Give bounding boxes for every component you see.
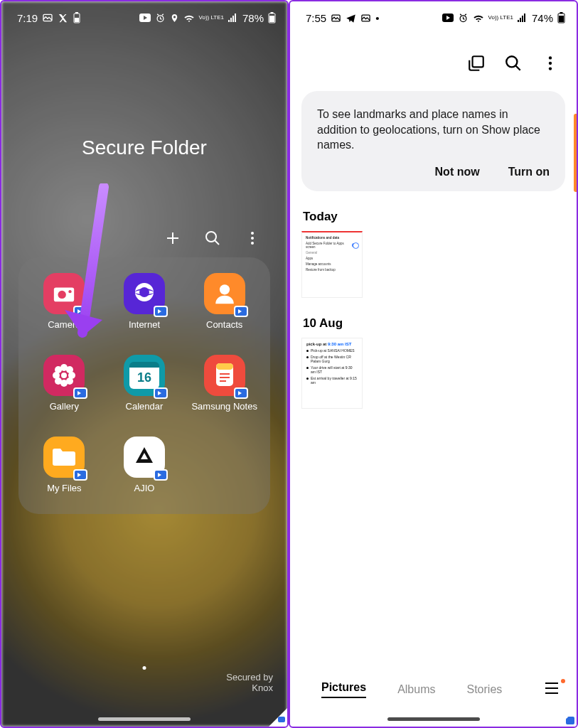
status-bar: 7:55 • Vo)) LTE1 74% xyxy=(290,1,577,30)
more-button[interactable] xyxy=(243,229,262,247)
svg-point-13 xyxy=(206,232,216,242)
camera-icon xyxy=(43,273,85,314)
hamburger-button[interactable] xyxy=(544,682,560,697)
page-indicator xyxy=(143,666,146,670)
status-bar: 7:19 Vo)) LTE1 78% xyxy=(1,1,287,30)
tab-stories[interactable]: Stories xyxy=(467,683,503,696)
secure-badge-icon xyxy=(566,718,574,724)
secure-corner-indicator xyxy=(269,708,287,727)
svg-point-52 xyxy=(549,56,552,59)
svg-point-14 xyxy=(251,232,254,235)
svg-rect-44 xyxy=(520,18,521,22)
battery-icon xyxy=(557,12,565,23)
wifi-icon xyxy=(473,14,484,22)
svg-rect-6 xyxy=(228,20,230,22)
gallery-tabs: Pictures Albums Stories xyxy=(290,681,577,714)
app-contacts[interactable]: Contacts xyxy=(184,273,264,331)
search-button[interactable] xyxy=(504,54,523,73)
svg-rect-7 xyxy=(230,18,232,22)
app-gallery[interactable]: Gallery xyxy=(24,355,105,412)
svg-rect-9 xyxy=(235,14,236,22)
app-camera[interactable]: Camera xyxy=(24,273,105,331)
network-label: Vo)) LTE1 xyxy=(199,15,224,21)
battery-percent: 78% xyxy=(242,12,264,24)
more-dot: • xyxy=(375,12,379,24)
thumbnail-settings-screenshot[interactable]: Notifications and data Add Secure Folder… xyxy=(301,231,363,298)
network-label: Vo)) LTE1 xyxy=(488,15,513,21)
phone-secure-folder: 7:19 Vo)) LTE1 78% Secure Folder xyxy=(0,0,289,728)
more-button[interactable] xyxy=(541,54,560,73)
nav-handle[interactable] xyxy=(98,717,191,721)
tip-text: To see landmarks and place names in addi… xyxy=(317,107,550,153)
svg-rect-3 xyxy=(75,12,78,14)
youtube-icon xyxy=(442,14,454,22)
telegram-icon xyxy=(346,13,356,23)
svg-rect-12 xyxy=(271,12,274,14)
svg-point-53 xyxy=(549,62,552,65)
calendar-icon: 16 xyxy=(124,355,165,396)
youtube-icon xyxy=(139,14,151,22)
svg-rect-43 xyxy=(518,20,519,22)
app-grid: Camera Internet Contacts xyxy=(18,257,270,514)
add-button[interactable] xyxy=(164,229,182,247)
alarm-icon xyxy=(458,13,469,23)
svg-rect-46 xyxy=(524,14,525,22)
nav-handle[interactable] xyxy=(387,717,480,721)
search-button[interactable] xyxy=(203,229,222,247)
person-icon xyxy=(204,273,245,314)
svg-rect-49 xyxy=(560,12,563,14)
notes-icon xyxy=(204,355,245,396)
svg-point-25 xyxy=(61,373,67,378)
svg-rect-38 xyxy=(220,380,226,382)
image-icon xyxy=(42,12,53,23)
svg-rect-36 xyxy=(220,373,230,375)
svg-point-33 xyxy=(66,378,73,385)
status-time: 7:19 xyxy=(17,12,38,24)
section-today: Today xyxy=(303,210,577,224)
svg-point-24 xyxy=(220,284,230,294)
layers-button[interactable] xyxy=(467,54,486,73)
svg-rect-48 xyxy=(559,16,564,22)
svg-point-18 xyxy=(58,291,66,299)
svg-rect-37 xyxy=(220,377,230,378)
app-my-files[interactable]: My Files xyxy=(24,437,105,494)
alarm-icon xyxy=(155,13,166,23)
app-calendar[interactable]: 16 Calendar xyxy=(105,355,185,412)
svg-rect-50 xyxy=(473,56,483,67)
signal-icon xyxy=(228,14,238,22)
app-samsung-notes[interactable]: Samsung Notes xyxy=(184,355,264,412)
tab-pictures[interactable]: Pictures xyxy=(321,681,366,698)
folder-icon xyxy=(43,437,85,478)
svg-point-51 xyxy=(506,56,517,67)
tab-albums[interactable]: Albums xyxy=(397,683,435,696)
app-ajio[interactable]: AJIO xyxy=(105,437,185,494)
page-title: Secure Folder xyxy=(1,136,287,159)
signal-icon xyxy=(518,14,528,22)
notification-dot-icon xyxy=(561,679,565,683)
image-icon xyxy=(331,13,341,23)
not-now-button[interactable]: Not now xyxy=(435,166,480,178)
globe-icon xyxy=(124,273,165,314)
svg-rect-2 xyxy=(75,18,79,22)
svg-rect-8 xyxy=(232,16,234,22)
secured-by-label: Secured by Knox xyxy=(226,672,273,694)
phone-gallery: 7:55 • Vo)) LTE1 74% xyxy=(289,0,578,728)
svg-point-31 xyxy=(66,366,73,373)
location-icon xyxy=(170,13,179,23)
battery-percent: 74% xyxy=(532,12,553,24)
scroll-edge-indicator xyxy=(574,114,578,192)
turn-on-button[interactable]: Turn on xyxy=(508,166,550,178)
battery-half-icon xyxy=(73,12,81,23)
flower-icon xyxy=(43,355,85,396)
svg-point-19 xyxy=(69,290,72,293)
battery-icon xyxy=(268,12,276,23)
svg-rect-11 xyxy=(269,16,274,22)
svg-point-15 xyxy=(251,237,254,240)
app-internet[interactable]: Internet xyxy=(105,273,185,331)
thumbnail-pickup-screenshot[interactable]: pick-up at 9:30 am IST Pick-up at SANSAI… xyxy=(301,338,363,409)
svg-point-23 xyxy=(139,287,149,297)
image-icon xyxy=(360,13,371,23)
ajio-icon xyxy=(124,437,165,478)
tip-card: To see landmarks and place names in addi… xyxy=(301,91,565,191)
svg-point-54 xyxy=(549,67,552,70)
